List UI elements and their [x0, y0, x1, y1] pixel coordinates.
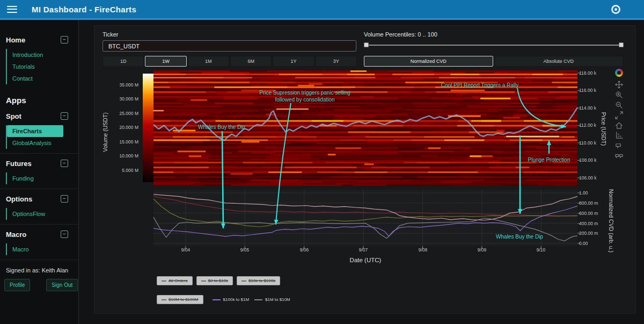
chart-annotation-whales-dip-1: Whales Buy the Dip — [198, 124, 245, 131]
date-tick: 9/10 — [526, 247, 556, 253]
date-tick: 9/04 — [171, 247, 201, 253]
collapse-section-icon[interactable]: − — [61, 112, 68, 120]
profile-button[interactable]: Profile — [4, 279, 30, 291]
section-title-home: Home — [6, 36, 25, 44]
firecharts-panel: Ticker Volume Percentiles: 0 .. 100 1D 1… — [94, 25, 636, 314]
legend-item-hidden[interactable]: $10M to $100M — [157, 295, 203, 304]
autoscale-icon[interactable] — [615, 111, 623, 119]
pan-icon[interactable] — [615, 81, 623, 89]
cvd-mode-button-group: Normalized CVD Absolute CVD — [364, 56, 623, 67]
sidebar-section-macro: Macro− Macro — [0, 229, 78, 255]
sidebar-item-funding[interactable]: Funding — [7, 172, 78, 184]
sidebar-item-tutorials[interactable]: Tutorials — [7, 61, 78, 73]
plotly-logo-icon[interactable] — [615, 69, 623, 77]
collapse-section-icon[interactable]: − — [61, 231, 68, 238]
sidebar-divider — [0, 224, 78, 225]
volume-tick: 30.000 M — [105, 96, 138, 102]
cvd-tick: 1.00 — [579, 190, 588, 196]
sidebar-item-introduction[interactable]: Introduction — [7, 49, 78, 61]
chart-annotation-price-suppression: Price Supression triggers panic sellingf… — [259, 89, 350, 103]
sidebar-item-firecharts[interactable]: FireCharts — [7, 125, 63, 137]
timeframe-1d-button[interactable]: 1D — [103, 56, 144, 67]
signout-button[interactable]: Sign Out — [46, 279, 78, 291]
hover-compare-icon[interactable] — [615, 152, 623, 160]
app-title: MI Dashboard - FireCharts — [32, 5, 136, 14]
toggle-spikelines-icon[interactable] — [615, 132, 623, 140]
price-axis-title: Price (USDT) — [601, 112, 607, 146]
sidebar: Home− Introduction Tutorials Contact App… — [0, 20, 79, 324]
sidebar-item-contact[interactable]: Contact — [7, 73, 78, 84]
legend-line-sample — [254, 299, 262, 300]
slider-handle-max[interactable] — [619, 42, 624, 47]
legend-item-hidden[interactable]: $10k to $100k — [237, 276, 280, 285]
timeframe-1w-button[interactable]: 1W — [145, 56, 186, 67]
chart-annotation-whales-dip-2: Whales Buy the Dip — [496, 233, 543, 240]
price-tick: 114.00 k — [579, 105, 596, 111]
legend-item-visible[interactable]: $1M to $10M — [254, 297, 290, 302]
legend-line-sample — [162, 280, 166, 282]
cvd-tick: 200.00 m — [579, 231, 598, 236]
timeframe-6m-button[interactable]: 6M — [230, 56, 272, 67]
sidebar-section-home: Home− Introduction Tutorials Contact — [0, 34, 78, 84]
sidebar-divider — [0, 189, 78, 189]
section-title-spot: Spot — [6, 112, 21, 120]
reset-axes-icon[interactable] — [615, 121, 623, 129]
status-ring-icon[interactable] — [611, 5, 620, 14]
sidebar-section-spot: Spot− FireCharts GlobalAnalysis — [0, 111, 78, 149]
price-tick: 112.00 k — [579, 123, 596, 128]
price-tick: 110.00 k — [579, 140, 596, 146]
ticker-label: Ticker — [103, 31, 119, 38]
timeframe-3y-button[interactable]: 3Y — [316, 56, 357, 67]
volume-tick: 15.000 M — [105, 139, 138, 145]
cvd-tick: 0.00 — [579, 241, 588, 246]
price-tick: 116.00 k — [579, 88, 596, 93]
menu-icon[interactable] — [7, 6, 17, 13]
collapse-section-icon[interactable]: − — [61, 36, 68, 44]
legend-item-visible[interactable]: $100k to $1M — [213, 297, 249, 302]
date-tick: 9/07 — [348, 247, 378, 253]
section-title-options: Options — [6, 195, 32, 203]
volume-tick: 10.000 M — [105, 153, 138, 159]
timeframe-1m-button[interactable]: 1M — [188, 56, 229, 67]
chart-annotation-ppi-rally: Cool PPI Report Triggers a Rally — [441, 82, 519, 89]
volume-tick: 25.000 M — [105, 111, 138, 116]
date-axis-title: Date (UTC) — [350, 257, 382, 263]
chart-annotation-plunge-protection: Plunge Protection — [528, 156, 570, 163]
zoom-out-icon[interactable] — [615, 101, 623, 109]
date-tick: 9/09 — [467, 247, 497, 253]
sidebar-section-options: Options− OptionsFlow — [0, 193, 78, 220]
legend-line-sample — [201, 280, 206, 282]
timeframe-button-group: 1D 1W 1M 6M 1Y 3Y — [103, 56, 357, 67]
sidebar-section-futures: Futures− Funding — [0, 158, 78, 184]
collapse-section-icon[interactable]: − — [61, 160, 68, 167]
sidebar-item-globalanalysis[interactable]: GlobalAnalysis — [7, 137, 78, 149]
collapse-section-icon[interactable]: − — [61, 195, 68, 203]
sidebar-item-macro[interactable]: Macro — [7, 243, 78, 255]
absolute-cvd-button[interactable]: Absolute CVD — [494, 56, 624, 67]
timeframe-1y-button[interactable]: 1Y — [273, 56, 314, 67]
legend-item-hidden[interactable]: $0 to $10k — [196, 276, 233, 285]
main-content: Ticker Volume Percentiles: 0 .. 100 1D 1… — [79, 20, 644, 324]
normalized-cvd-button[interactable]: Normalized CVD — [364, 56, 493, 67]
legend-item-hidden[interactable]: All Orders — [157, 276, 193, 285]
legend-line-sample — [162, 299, 166, 300]
volume-tick: 20.000 M — [105, 125, 138, 130]
cvd-tick: 800.00 m — [579, 200, 598, 206]
ticker-input[interactable] — [103, 40, 356, 52]
legend-line-sample — [241, 280, 246, 282]
section-title-futures: Futures — [6, 160, 32, 168]
slider-track[interactable] — [364, 45, 623, 46]
zoom-in-icon[interactable] — [615, 91, 623, 99]
volume-percentiles-label: Volume Percentiles: 0 .. 100 — [364, 31, 437, 38]
volume-tick: 5.000 M — [105, 168, 138, 173]
price-tick: 106.00 k — [579, 175, 597, 181]
legend-line-sample — [213, 299, 221, 300]
hover-closest-icon[interactable] — [615, 142, 623, 150]
date-tick: 9/06 — [289, 247, 319, 253]
price-tick: 108.00 k — [579, 157, 597, 163]
sidebar-item-optionsflow[interactable]: OptionsFlow — [7, 208, 78, 220]
volume-percentiles-slider[interactable] — [364, 41, 623, 49]
slider-handle-min[interactable] — [364, 42, 369, 47]
date-tick: 9/08 — [408, 247, 438, 253]
legend-row-2: $10M to $100M $100k to $1M $1M to $10M — [157, 295, 290, 304]
